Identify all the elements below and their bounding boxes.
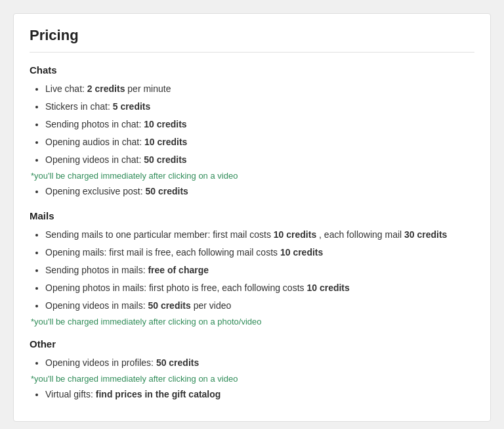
- sending-mails-credits-following: 30 credits: [404, 229, 447, 240]
- audios-chat-credits: 10 credits: [144, 137, 187, 147]
- list-item: Opening exclusive post: 50 credits: [45, 185, 474, 198]
- chats-section: Chats Live chat: 2 credits per minute St…: [30, 64, 474, 198]
- mails-photo-video-note: *you'll be charged immediately after cli…: [30, 317, 474, 327]
- list-item: Opening videos in chat: 50 credits: [45, 153, 474, 167]
- sending-mails-text: Sending mails to one particular member: …: [45, 229, 447, 240]
- exclusive-post-credits: 50 credits: [146, 186, 188, 196]
- chats-list: Live chat: 2 credits per minute Stickers…: [30, 82, 474, 167]
- mails-section-title: Mails: [30, 210, 474, 221]
- list-item: Sending photos in chat: 10 credits: [45, 118, 474, 131]
- opening-videos-mails-text: Opening videos in mails: 50 credits per …: [45, 300, 231, 311]
- list-item: Live chat: 2 credits per minute: [45, 82, 474, 96]
- live-chat-credits: 2 credits: [87, 83, 125, 94]
- videos-chat-text: Opening videos in chat: 50 credits: [45, 154, 187, 165]
- list-item: Opening photos in mails: first photo is …: [45, 281, 474, 295]
- opening-videos-profiles-credits: 50 credits: [156, 357, 199, 368]
- sending-photos-mails-text: Sending photos in mails: free of charge: [45, 265, 209, 275]
- list-item: Opening videos in mails: 50 credits per …: [45, 299, 474, 313]
- videos-chat-credits: 50 credits: [144, 154, 186, 165]
- audios-chat-text: Opening audios in chat: 10 credits: [45, 137, 187, 147]
- other-section-title: Other: [30, 338, 474, 350]
- profiles-video-note: *you'll be charged immediately after cli…: [30, 374, 474, 384]
- list-item: Stickers in chat: 5 credits: [45, 100, 474, 114]
- mails-list: Sending mails to one particular member: …: [30, 228, 474, 313]
- pricing-card: Pricing Chats Live chat: 2 credits per m…: [13, 13, 491, 422]
- photos-chat-text: Sending photos in chat: 10 credits: [45, 119, 187, 129]
- stickers-chat-text: Stickers in chat: 5 credits: [45, 101, 150, 112]
- exclusive-post-text: Opening exclusive post: 50 credits: [45, 186, 188, 196]
- list-item: Opening audios in chat: 10 credits: [45, 135, 474, 149]
- opening-photos-mails-text: Opening photos in mails: first photo is …: [45, 282, 350, 293]
- chats-list-continued: Opening exclusive post: 50 credits: [30, 185, 474, 198]
- list-item: Virtual gifts: find prices in the gift c…: [45, 388, 474, 401]
- page-title: Pricing: [30, 27, 474, 53]
- virtual-gifts-text: Virtual gifts: find prices in the gift c…: [45, 389, 220, 399]
- photos-chat-credits: 10 credits: [144, 119, 186, 129]
- list-item: Sending photos in mails: free of charge: [45, 263, 474, 277]
- other-list-continued: Virtual gifts: find prices in the gift c…: [30, 388, 474, 401]
- videos-chat-note: *you'll be charged immediately after cli…: [30, 171, 474, 181]
- list-item: Opening videos in profiles: 50 credits: [45, 356, 474, 370]
- other-section: Other Opening videos in profiles: 50 cre…: [30, 338, 474, 401]
- opening-videos-mails-credits: 50 credits: [148, 300, 190, 311]
- stickers-chat-credits: 5 credits: [113, 101, 151, 112]
- sending-photos-mails-credits: free of charge: [148, 265, 209, 275]
- opening-mails-text: Opening mails: first mail is free, each …: [45, 247, 323, 258]
- opening-photos-mails-credits: 10 credits: [306, 282, 349, 293]
- chats-section-title: Chats: [30, 64, 474, 76]
- list-item: Opening mails: first mail is free, each …: [45, 246, 474, 260]
- mails-section: Mails Sending mails to one particular me…: [30, 210, 474, 327]
- virtual-gifts-link: find prices in the gift catalog: [96, 389, 221, 399]
- sending-mails-credits-first: 10 credits: [274, 229, 316, 240]
- live-chat-text: Live chat: 2 credits per minute: [45, 83, 171, 94]
- list-item: Sending mails to one particular member: …: [45, 228, 474, 242]
- other-list: Opening videos in profiles: 50 credits: [30, 356, 474, 370]
- opening-mails-credits: 10 credits: [280, 247, 323, 258]
- opening-videos-profiles-text: Opening videos in profiles: 50 credits: [45, 357, 199, 368]
